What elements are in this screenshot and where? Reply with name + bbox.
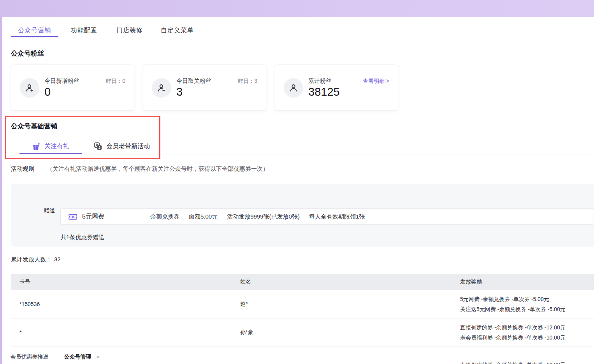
cell-rewards: 直接创建的券 -余额兑换券 -单次券 -12.00元 老会员福利券 -余额兑换券… bbox=[452, 360, 594, 364]
stat-value: 38125 bbox=[308, 86, 340, 98]
rules-description: （关注有礼活动赠送优惠券，每个顾客在新关注公众号时，获得以下全部优惠券一次） bbox=[47, 165, 269, 173]
stat-yesterday: 昨日：0 bbox=[106, 78, 125, 85]
gift-icon bbox=[32, 142, 41, 151]
rules-label: 活动规则 bbox=[11, 165, 34, 173]
stat-card-new-fans: 今日新增粉丝 0 昨日：0 bbox=[11, 65, 134, 111]
cell-card-no: *150536 bbox=[11, 301, 232, 307]
coupon-row[interactable]: ¥ 5元网费 余额兑换券 面额5.00元 活动发放9999张(已发放0张) 每人… bbox=[60, 208, 594, 225]
ticket-icon: ¥ bbox=[69, 213, 77, 220]
tab-store-decoration[interactable]: 门店装修 bbox=[116, 26, 143, 35]
active-tab-underline bbox=[19, 153, 82, 154]
table-row: *296606 啊* 直接创建的券 -余额兑换券 -单次券 -12.00元 老会… bbox=[11, 346, 594, 364]
cell-rewards: 直接创建的券 -余额兑换券 -单次券 -12.00元 老会员福利券 -余额兑换券… bbox=[452, 322, 594, 343]
table-header: 卡号 姓名 发放奖励 bbox=[11, 274, 594, 290]
tab-label: 会员老带新活动 bbox=[106, 142, 150, 150]
stat-yesterday: 昨日：3 bbox=[238, 78, 257, 85]
tabs-divider bbox=[11, 154, 594, 154]
person-icon bbox=[284, 78, 303, 98]
tab-feature-config[interactable]: 功能配置 bbox=[71, 26, 97, 35]
coupon-issued-count: 活动发放9999张(已发放0张) bbox=[227, 213, 300, 220]
reward-line: 5元网费 -余额兑换券 -单次券 -5.00元 bbox=[460, 294, 594, 304]
total-issued-stat: 累计发放人数：32 bbox=[11, 256, 61, 263]
fans-stat-cards: 今日新增粉丝 0 昨日：0 今日取关粉丝 3 昨日：3 bbox=[11, 65, 398, 111]
coupon-type: 余额兑换券 bbox=[150, 213, 179, 220]
reward-line: 直接创建的券 -余额兑换券 -单次券 -12.00元 bbox=[460, 322, 594, 332]
members-icon bbox=[93, 142, 103, 151]
person-remove-icon bbox=[152, 78, 171, 98]
cell-name: 孙*豪 bbox=[232, 329, 452, 336]
cell-card-no: * bbox=[11, 329, 232, 336]
coupon-name: 5元网费 bbox=[82, 213, 123, 221]
view-detail-link[interactable]: 查看明细 > bbox=[363, 78, 389, 85]
activity-rules: 活动规则 （关注有礼活动赠送优惠券，每个顾客在新关注公众号时，获得以下全部优惠券… bbox=[11, 165, 269, 173]
stat-value: 32 bbox=[54, 256, 61, 262]
person-add-icon bbox=[20, 78, 39, 98]
stat-label: 今日新增粉丝 bbox=[44, 77, 79, 85]
stat-label: 累计粉丝 bbox=[308, 77, 332, 85]
page: 会员优惠券推送 公众号管理 × 公众号营销 功能配置 门店装修 自定义菜单 公众… bbox=[0, 0, 594, 364]
coupon-limit: 每人全有效期限领1张 bbox=[309, 213, 365, 220]
stat-card-unfollow-fans: 今日取关粉丝 3 昨日：3 bbox=[143, 65, 266, 111]
gift-label: 赠送 bbox=[44, 207, 55, 214]
tab-follow-gift[interactable]: 关注有礼 bbox=[19, 139, 82, 153]
tab-label: 关注有礼 bbox=[44, 142, 69, 150]
reward-line: 老会员福利券 -余额兑换券 -单次券 -10.00元 bbox=[460, 332, 594, 343]
table-row: * 孙*豪 直接创建的券 -余额兑换券 -单次券 -12.00元 老会员福利券 … bbox=[11, 319, 594, 346]
stat-label: 今日取关粉丝 bbox=[176, 77, 211, 85]
column-card-no: 卡号 bbox=[11, 278, 232, 285]
reward-line: 关注送5元网费 -余额兑换券 -单次券 -5.00元 bbox=[460, 304, 594, 314]
cell-name: 赵* bbox=[232, 301, 452, 308]
table-row: *150536 赵* 5元网费 -余额兑换券 -单次券 -5.00元 关注送5元… bbox=[11, 290, 594, 319]
left-edge-strip bbox=[0, 17, 2, 364]
stat-value: 0 bbox=[44, 86, 51, 98]
basic-marketing-title: 公众号基础营销 bbox=[11, 122, 57, 131]
issued-rewards-table: 卡号 姓名 发放奖励 *150536 赵* 5元网费 -余额兑换券 -单次券 -… bbox=[11, 274, 594, 364]
active-tab-underline bbox=[11, 36, 58, 37]
svg-text:¥: ¥ bbox=[72, 215, 74, 219]
reward-line: 直接创建的券 -余额兑换券 -单次券 -12.00元 bbox=[460, 360, 594, 364]
stat-value: 3 bbox=[176, 86, 183, 98]
tab-account-marketing[interactable]: 公众号营销 bbox=[11, 26, 58, 35]
tab-member-referral[interactable]: 会员老带新活动 bbox=[88, 139, 156, 153]
window-tab-bar bbox=[0, 0, 594, 17]
cell-rewards: 5元网费 -余额兑换券 -单次券 -5.00元 关注送5元网费 -余额兑换券 -… bbox=[452, 294, 594, 314]
column-rewards: 发放奖励 bbox=[452, 278, 594, 285]
column-name: 姓名 bbox=[232, 278, 452, 285]
stat-label: 累计发放人数： bbox=[11, 256, 52, 262]
coupon-summary: 共1条优惠券赠送 bbox=[60, 234, 104, 241]
stat-card-total-fans: 累计粉丝 38125 查看明细 > bbox=[275, 65, 398, 111]
tab-custom-menu[interactable]: 自定义菜单 bbox=[161, 26, 194, 35]
coupon-face-value: 面额5.00元 bbox=[189, 213, 218, 220]
fans-section-title: 公众号粉丝 bbox=[11, 49, 44, 58]
